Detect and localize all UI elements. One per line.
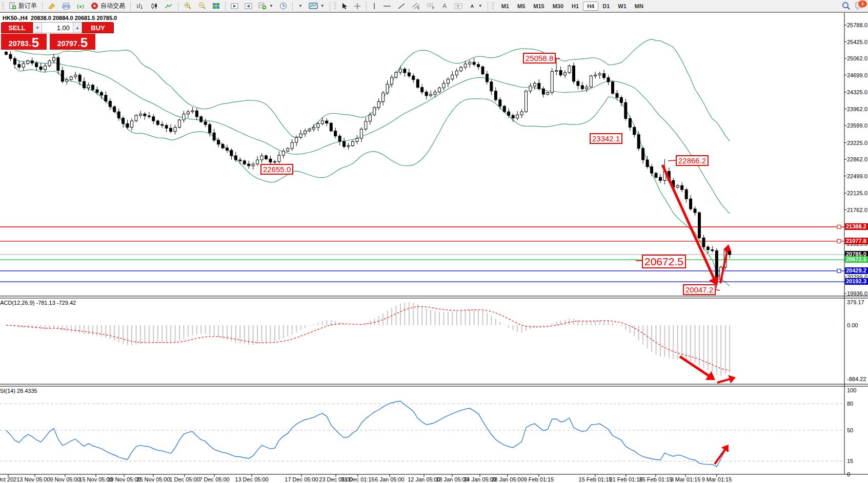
price-line-badge[interactable]: 20192.3 <box>845 278 868 285</box>
trend-arrow[interactable] <box>715 448 726 464</box>
price-line-handle[interactable] <box>837 225 841 229</box>
price-callout[interactable]: 22655.0 <box>260 164 293 175</box>
date-axis-label: 15 Feb 01:15 <box>579 476 612 482</box>
bar-chart-button[interactable] <box>133 1 147 12</box>
horizontal-line-button[interactable] <box>380 1 394 12</box>
toolbar-separator <box>130 2 131 11</box>
buy-button[interactable]: BUY <box>82 22 114 33</box>
notification-badge: 1 <box>858 1 867 7</box>
date-axis-label: 9 Feb 01:15 <box>524 476 554 482</box>
timeframe-button-h1[interactable]: H1 <box>568 2 583 11</box>
price-line-badge[interactable]: 21388.2 <box>845 223 868 230</box>
rsi-scale-label: 100 <box>847 387 856 393</box>
macd-scale-label: -884.22 <box>847 376 866 382</box>
sell-price-dot: . <box>29 38 31 49</box>
toolbar-grip[interactable] <box>334 2 336 10</box>
price-callout[interactable]: 20047.2 <box>683 284 716 295</box>
price-line-badge[interactable]: 20672.5 <box>845 256 868 263</box>
toolbar-grip[interactable] <box>2 2 4 10</box>
auto-trading-icon <box>91 2 98 10</box>
volume-increase-button[interactable]: ▲ <box>73 23 82 33</box>
price-line-badge[interactable]: 20429.2 <box>845 267 868 274</box>
price-callout[interactable]: 22866.2 <box>676 155 709 166</box>
chat-icon[interactable]: 1 <box>855 2 865 11</box>
profile-button[interactable] <box>228 1 241 12</box>
price-axis-label: 19936.0 <box>847 290 867 297</box>
print-icon <box>62 3 70 10</box>
timeframe-button-mn[interactable]: MN <box>631 2 648 11</box>
new-chart-button[interactable]: ▼ <box>255 1 276 12</box>
trendline-icon <box>397 3 406 10</box>
text-button[interactable]: A <box>438 1 451 12</box>
price-callout[interactable]: 25058.8 <box>523 53 556 64</box>
toolbar-separator <box>42 2 43 11</box>
sell-button[interactable]: SELL <box>1 22 33 33</box>
toolbar-grip[interactable] <box>492 2 494 10</box>
date-axis-label: 19 Nov 05:00 <box>107 476 140 482</box>
new-order-label: 新订单 <box>18 2 37 10</box>
arrows-icon <box>469 3 476 10</box>
zoom-in-button[interactable] <box>180 1 195 12</box>
period-button[interactable] <box>276 1 290 12</box>
auto-trading-button[interactable]: 自动交易 <box>88 1 128 12</box>
text-label-button[interactable]: T <box>451 1 466 12</box>
template-button[interactable]: ▼ <box>306 1 328 12</box>
buy-price-main: 20797 <box>57 38 77 49</box>
volume-decrease-button[interactable]: ▼ <box>33 23 42 33</box>
buy-price-display[interactable]: 20797 . 5 <box>50 34 95 50</box>
macd-indicator-label: MACD(12,26,9) -781.13 -729.42 <box>0 300 76 306</box>
toolbar-separator <box>225 2 226 11</box>
fibonacci-button[interactable]: F <box>423 1 438 12</box>
price-axis-label: 25062.0 <box>847 55 867 61</box>
crosshair-button[interactable] <box>351 1 364 12</box>
macd-scale-label: 379.17 <box>847 299 864 305</box>
timeframe-button-w1[interactable]: W1 <box>614 2 631 11</box>
sell-price-display[interactable]: 20783 . 5 <box>1 34 47 50</box>
print-button[interactable] <box>59 1 73 12</box>
line-chart-button[interactable] <box>162 1 176 12</box>
profile-charts-button[interactable] <box>241 1 255 12</box>
timeframe-button-m15[interactable]: M15 <box>529 2 548 11</box>
equidistant-channel-button[interactable]: E <box>409 1 423 12</box>
price-axis-label: 23962.0 <box>847 106 867 112</box>
signal-button[interactable] <box>73 1 88 12</box>
price-callout[interactable]: 23342.1 <box>590 133 622 144</box>
vertical-line-button[interactable] <box>369 1 380 12</box>
timeframe-button-h4[interactable]: H4 <box>583 2 598 11</box>
template-icon <box>309 2 318 10</box>
arrows-button[interactable]: ▼ <box>466 1 486 12</box>
trend-arrow[interactable] <box>717 379 731 383</box>
price-line-handle[interactable] <box>837 269 841 272</box>
timeframe-button-m30[interactable]: M30 <box>549 2 568 11</box>
cursor-button[interactable] <box>338 1 351 12</box>
price-line-badge[interactable]: 21077.8 <box>845 238 868 244</box>
chart-canvas[interactable] <box>0 0 868 483</box>
zoom-out-button[interactable] <box>195 1 209 12</box>
callout-connector <box>668 160 676 161</box>
candlestick-chart-button[interactable] <box>147 1 162 12</box>
volume-input[interactable] <box>42 23 73 33</box>
horizontal-line-icon <box>383 3 391 10</box>
trendline-button[interactable] <box>394 1 409 12</box>
toolbar-separator <box>488 2 488 11</box>
period-icon <box>279 2 287 10</box>
chevron-down-icon: ▼ <box>478 4 482 8</box>
price-line-handle[interactable] <box>837 239 841 243</box>
timeframe-button-m5[interactable]: M5 <box>513 2 529 11</box>
price-callout[interactable]: 20672.5 <box>642 255 686 268</box>
tile-windows-button[interactable] <box>209 1 223 12</box>
svg-text:E: E <box>417 6 420 10</box>
toolbar: 新订单 自动交易 <box>0 0 868 13</box>
timeframe-button-d1[interactable]: D1 <box>598 2 614 11</box>
buy-price-fraction: 5 <box>80 36 88 49</box>
new-order-button[interactable]: 新订单 <box>6 1 40 12</box>
price-axis-label: 25425.0 <box>847 39 867 45</box>
rsi-scale-label: 0 <box>847 471 850 477</box>
highlighter-button[interactable] <box>45 1 59 12</box>
date-axis-label: 28 Jan 05:00 <box>491 476 524 482</box>
indicators-dropdown-button[interactable]: ▼ <box>295 1 306 12</box>
one-click-trading-panel: SELL ▼ ▲ BUY 20783 . 5 20797 . 5 <box>1 22 114 50</box>
search-icon[interactable] <box>842 2 851 10</box>
date-axis-label: 13 Dec 05:00 <box>235 476 268 482</box>
timeframe-button-m1[interactable]: M1 <box>497 2 513 11</box>
